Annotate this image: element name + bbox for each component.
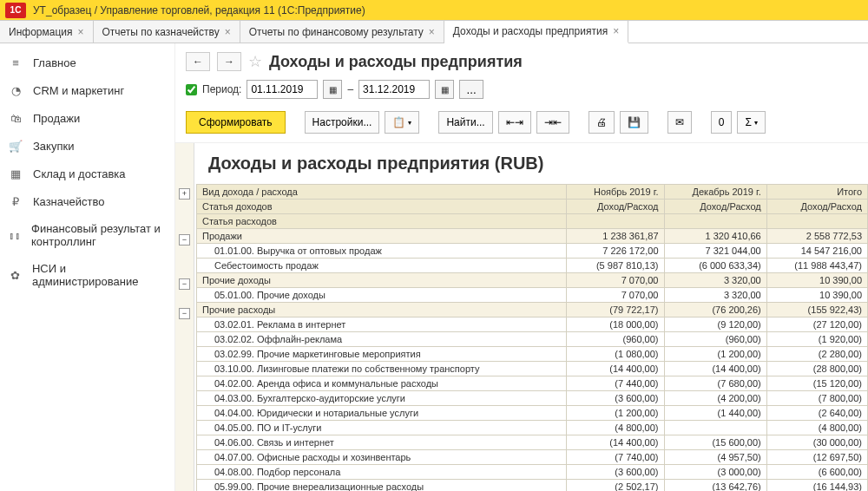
table-row[interactable]: 01.01.00. Выручка от оптовых продаж7 226… bbox=[197, 244, 868, 259]
table-row[interactable]: 03.02.02. Оффлайн-реклама(960,00)(960,00… bbox=[197, 332, 868, 347]
save-button[interactable]: 💾 bbox=[620, 111, 648, 134]
col-header: Статья доходов bbox=[197, 200, 567, 214]
copy-button[interactable]: 📋 ▾ bbox=[385, 111, 419, 134]
row-label: Себестоимость продаж bbox=[197, 259, 567, 273]
tab-1[interactable]: Отчеты по казначейству× bbox=[94, 21, 240, 43]
row-value: 10 390,00 bbox=[766, 288, 867, 303]
sidebar-item-0[interactable]: ≡Главное bbox=[0, 49, 174, 76]
sidebar-item-3[interactable]: 🛒Закупки bbox=[0, 132, 174, 160]
generate-button[interactable]: Сформировать bbox=[186, 111, 286, 134]
table-row[interactable]: Продажи1 238 361,871 320 410,662 558 772… bbox=[197, 229, 868, 244]
close-icon[interactable]: × bbox=[613, 25, 619, 37]
col-header: Ноябрь 2019 г. bbox=[567, 185, 664, 200]
close-icon[interactable]: × bbox=[225, 26, 231, 38]
calendar-from-button[interactable]: ▦ bbox=[323, 80, 342, 99]
sum-button[interactable]: Σ ▾ bbox=[737, 111, 765, 134]
row-value: (12 697,50) bbox=[766, 450, 867, 465]
settings-button[interactable]: Настройки... bbox=[305, 111, 380, 134]
row-value: (3 600,00) bbox=[567, 465, 664, 480]
sidebar-item-7[interactable]: ✿НСИ и администрирование bbox=[0, 255, 174, 295]
table-row[interactable]: 03.02.01. Реклама в интернет(18 000,00)(… bbox=[197, 318, 868, 332]
table-row[interactable]: 05.99.00. Прочие внереализационные расхо… bbox=[197, 480, 868, 492]
row-value: 3 320,00 bbox=[664, 273, 766, 288]
col-subheader: Доход/Расход bbox=[664, 200, 766, 214]
row-value: 14 547 216,00 bbox=[766, 244, 867, 259]
sum-0-button[interactable]: 0 bbox=[711, 111, 733, 134]
row-label: Прочие доходы bbox=[197, 273, 567, 288]
expand-button[interactable]: ⇥⇤ bbox=[536, 111, 569, 134]
row-value: 2 558 772,53 bbox=[766, 229, 867, 244]
row-value: (28 800,00) bbox=[766, 362, 867, 376]
row-label: 03.10.00. Лизинговые платежи по собствен… bbox=[197, 362, 567, 376]
row-value: (18 000,00) bbox=[567, 318, 664, 332]
row-value: (1 200,00) bbox=[567, 406, 664, 421]
table-row[interactable]: 04.03.00. Бухгалтерско-аудиторские услуг… bbox=[197, 391, 868, 406]
calendar-to-button[interactable]: ▦ bbox=[435, 80, 454, 99]
row-value: (4 800,00) bbox=[766, 421, 867, 435]
sidebar-label: Казначейство bbox=[33, 195, 104, 208]
row-label: Прочие расходы bbox=[197, 303, 567, 318]
tab-2[interactable]: Отчеты по финансовому результату× bbox=[240, 21, 444, 43]
sidebar-item-1[interactable]: ◔CRM и маркетинг bbox=[0, 76, 174, 104]
date-to-input[interactable] bbox=[358, 80, 430, 99]
expand-all-button[interactable]: + bbox=[179, 188, 190, 200]
sidebar-icon: ◔ bbox=[9, 83, 23, 97]
row-value: (5 987 810,13) bbox=[567, 259, 664, 273]
row-label: 04.06.00. Связь и интернет bbox=[197, 435, 567, 450]
table-row[interactable]: 04.05.00. ПО и IT-услуги(4 800,00)(4 800… bbox=[197, 421, 868, 435]
mail-button[interactable]: ✉ bbox=[667, 111, 692, 134]
table-row[interactable]: 04.07.00. Офисные расходы и хозинвентарь… bbox=[197, 450, 868, 465]
sidebar-item-5[interactable]: ₽Казначейство bbox=[0, 187, 174, 215]
period-checkbox[interactable] bbox=[186, 84, 197, 95]
print-button[interactable]: 🖨 bbox=[589, 111, 615, 134]
table-row[interactable]: 04.02.00. Аренда офиса и коммунальные ра… bbox=[197, 376, 868, 391]
row-value: 7 070,00 bbox=[567, 288, 664, 303]
table-row[interactable]: 04.06.00. Связь и интернет(14 400,00)(15… bbox=[197, 435, 868, 450]
row-value: 1 320 410,66 bbox=[664, 229, 766, 244]
close-icon[interactable]: × bbox=[77, 26, 83, 38]
table-row[interactable]: 03.02.99. Прочие маркетинговые мероприят… bbox=[197, 347, 868, 362]
tree-collapse-button[interactable]: − bbox=[179, 234, 190, 245]
table-row[interactable]: 03.10.00. Лизинговые платежи по собствен… bbox=[197, 362, 868, 376]
row-label: 04.02.00. Аренда офиса и коммунальные ра… bbox=[197, 376, 567, 391]
tab-0[interactable]: Информация× bbox=[0, 21, 94, 43]
sidebar-item-4[interactable]: ▦Склад и доставка bbox=[0, 160, 174, 187]
table-row[interactable]: Прочие расходы(79 722,17)(76 200,26)(155… bbox=[197, 303, 868, 318]
date-from-input[interactable] bbox=[247, 80, 318, 99]
collapse-button[interactable]: ⇤⇥ bbox=[498, 111, 531, 134]
table-row[interactable]: 04.08.00. Подбор персонала(3 600,00)(3 0… bbox=[197, 465, 868, 480]
favorite-icon[interactable]: ☆ bbox=[248, 52, 262, 71]
close-icon[interactable]: × bbox=[429, 26, 435, 38]
tab-3[interactable]: Доходы и расходы предприятия× bbox=[444, 21, 628, 43]
table-row[interactable]: 05.01.00. Прочие доходы7 070,003 320,001… bbox=[197, 288, 868, 303]
row-value: (14 400,00) bbox=[567, 362, 664, 376]
row-label: 03.02.01. Реклама в интернет bbox=[197, 318, 567, 332]
tree-collapse-button[interactable]: − bbox=[179, 278, 190, 290]
row-label: 03.02.02. Оффлайн-реклама bbox=[197, 332, 567, 347]
row-value: 3 320,00 bbox=[664, 288, 766, 303]
sidebar-label: Финансовый результат и контроллинг bbox=[31, 222, 166, 248]
row-value: (960,00) bbox=[567, 332, 664, 347]
period-more-button[interactable]: ... bbox=[459, 80, 483, 99]
sidebar-icon: 🛍 bbox=[9, 111, 23, 125]
row-value: (7 680,00) bbox=[664, 376, 766, 391]
table-row[interactable]: 04.04.00. Юридически и нотариальные услу… bbox=[197, 406, 868, 421]
nav-forward-button[interactable]: → bbox=[217, 52, 241, 71]
row-value: (7 800,00) bbox=[766, 391, 867, 406]
table-row[interactable]: Прочие доходы7 070,003 320,0010 390,00 bbox=[197, 273, 868, 288]
row-value: (79 722,17) bbox=[567, 303, 664, 318]
sidebar-item-2[interactable]: 🛍Продажи bbox=[0, 104, 174, 132]
row-value: (4 800,00) bbox=[567, 421, 664, 435]
sidebar-item-6[interactable]: ⫾⫾Финансовый результат и контроллинг bbox=[0, 215, 174, 255]
tab-label: Информация bbox=[9, 26, 72, 38]
row-value: (6 600,00) bbox=[766, 465, 867, 480]
content-header: ← → ☆ Доходы и расходы предприятия bbox=[175, 43, 868, 78]
tree-collapse-button[interactable]: − bbox=[179, 308, 190, 319]
col-header: Статья расходов bbox=[197, 214, 567, 229]
find-button[interactable]: Найти... bbox=[438, 111, 492, 134]
row-value: (3 000,00) bbox=[664, 465, 766, 480]
tree-gutter: + −−− bbox=[175, 143, 194, 491]
table-row[interactable]: Себестоимость продаж(5 987 810,13)(6 000… bbox=[197, 259, 868, 273]
nav-back-button[interactable]: ← bbox=[186, 52, 210, 71]
col-header: Итого bbox=[766, 185, 867, 200]
